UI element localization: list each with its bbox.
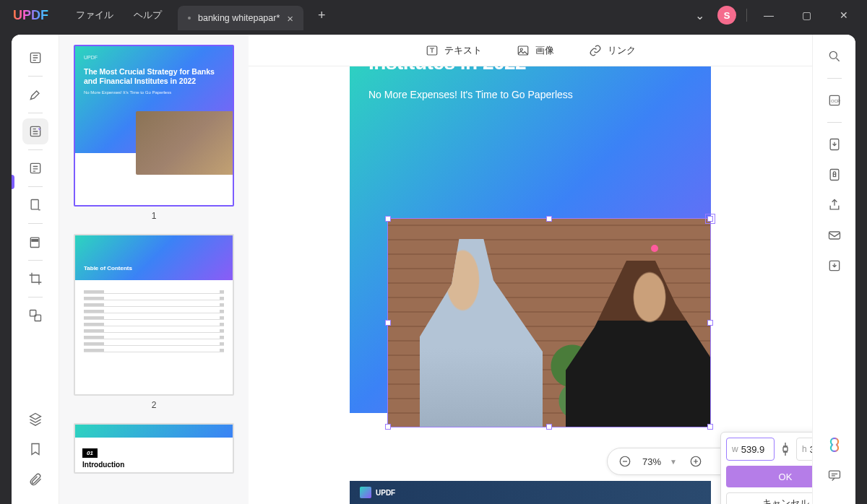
ai-assistant-icon[interactable] — [826, 436, 843, 453]
edit-tool-icon[interactable] — [22, 118, 48, 144]
resize-handle[interactable] — [546, 424, 552, 430]
resize-handle[interactable] — [707, 424, 713, 430]
save-icon[interactable] — [826, 257, 843, 274]
ok-button[interactable]: OK — [726, 466, 812, 487]
window-minimize-button[interactable]: — — [753, 4, 785, 26]
zoom-value[interactable]: 73% — [642, 456, 661, 467]
document-tab[interactable]: banking whitepapar* × — [178, 6, 303, 30]
resize-handle[interactable] — [707, 320, 713, 326]
resize-handle[interactable] — [385, 320, 391, 326]
crop-tool-icon[interactable] — [22, 266, 48, 292]
thumb-cover-image — [136, 111, 234, 175]
bookmark-icon[interactable] — [22, 436, 48, 462]
page-number: 1 — [74, 211, 234, 221]
page-thumbnail[interactable]: 01 Introduction — [74, 423, 234, 474]
svg-rect-13 — [783, 447, 788, 451]
thumb-logo: UPDF — [84, 55, 224, 60]
svg-rect-5 — [32, 240, 38, 242]
svg-rect-19 — [833, 174, 835, 176]
svg-point-14 — [829, 51, 837, 58]
zoom-out-button[interactable] — [616, 453, 634, 470]
comments-icon[interactable] — [826, 466, 843, 484]
divider — [746, 9, 747, 22]
next-page-footer: UPDF — [350, 481, 711, 504]
search-icon[interactable] — [826, 48, 843, 65]
compress-tool-icon[interactable] — [22, 303, 48, 329]
aspect-lock-icon[interactable] — [780, 441, 791, 457]
selected-image[interactable] — [387, 218, 711, 427]
footer-logo-icon — [360, 487, 371, 498]
right-toolbar: OCR — [812, 35, 855, 504]
attachment-icon[interactable] — [22, 466, 48, 492]
share-icon[interactable] — [826, 196, 843, 214]
svg-text:OCR: OCR — [831, 99, 840, 103]
protect-icon[interactable] — [826, 166, 843, 183]
zoom-dropdown-icon[interactable]: ▼ — [670, 458, 677, 466]
new-tab-button[interactable]: + — [318, 8, 326, 23]
thumb-title: The Most Crucial Strategy for Banks and … — [84, 67, 224, 86]
thumb-subtitle: No More Expenses! It's Time to Go Paperl… — [84, 90, 224, 95]
page-thumbnail[interactable]: Table of Contents — [74, 234, 234, 396]
svg-rect-20 — [829, 232, 840, 239]
tool-text-button[interactable]: テキスト — [426, 44, 482, 57]
organize-tool-icon[interactable] — [22, 192, 48, 218]
resize-handle[interactable] — [707, 216, 713, 222]
resize-handle[interactable] — [385, 424, 391, 430]
form-tool-icon[interactable] — [22, 155, 48, 181]
thumbnail-panel[interactable]: UPDF The Most Crucial Strategy for Banks… — [59, 35, 249, 504]
svg-rect-3 — [31, 200, 38, 209]
window-maximize-button[interactable]: ▢ — [790, 4, 822, 26]
resize-dialog: w539.9 h344.4 OK キャンセル — [720, 432, 812, 504]
active-tool-indicator — [12, 175, 14, 189]
svg-rect-18 — [830, 170, 839, 181]
width-input[interactable]: w539.9 — [726, 438, 775, 461]
page-title: Institutes in 2022 — [368, 66, 692, 73]
user-avatar[interactable]: S — [717, 6, 736, 25]
tab-menu-chevron-icon[interactable]: ⌄ — [695, 9, 704, 22]
tab-title: banking whitepapar* — [198, 13, 280, 23]
tab-close-icon[interactable]: × — [287, 12, 293, 25]
document-canvas[interactable]: Institutes in 2022 No More Expenses! It'… — [249, 66, 812, 504]
tool-link-button[interactable]: リンク — [589, 44, 636, 57]
intro-heading: Introduction — [82, 461, 225, 469]
menu-file[interactable]: ファイル — [76, 9, 113, 22]
svg-rect-22 — [829, 471, 840, 478]
app-logo: UPDF — [13, 8, 48, 23]
menu-help[interactable]: ヘルプ — [134, 9, 162, 22]
left-toolbar — [12, 35, 59, 504]
redact-tool-icon[interactable] — [22, 229, 48, 255]
intro-number: 01 — [82, 448, 98, 458]
export-icon[interactable] — [826, 136, 843, 153]
zoom-in-button[interactable] — [687, 453, 704, 470]
svg-point-10 — [520, 48, 522, 51]
reader-tool-icon[interactable] — [22, 45, 48, 71]
page-subtitle: No More Expenses! It's Time to Go Paperl… — [368, 89, 692, 100]
mail-icon[interactable] — [826, 227, 843, 244]
page-thumbnail[interactable]: UPDF The Most Crucial Strategy for Banks… — [74, 45, 234, 207]
cancel-button[interactable]: キャンセル — [726, 492, 812, 504]
height-input[interactable]: h344.4 — [796, 438, 812, 461]
highlighter-tool-icon[interactable] — [22, 82, 48, 108]
layers-icon[interactable] — [22, 406, 48, 432]
ocr-icon[interactable]: OCR — [826, 92, 843, 109]
tool-image-button[interactable]: 画像 — [517, 44, 554, 57]
window-close-button[interactable]: ✕ — [828, 4, 860, 26]
resize-handle[interactable] — [385, 216, 391, 222]
tab-dot-icon — [188, 17, 191, 19]
toc-title: Table of Contents — [84, 265, 132, 271]
page-number: 2 — [74, 400, 234, 410]
resize-handle[interactable] — [546, 216, 552, 222]
